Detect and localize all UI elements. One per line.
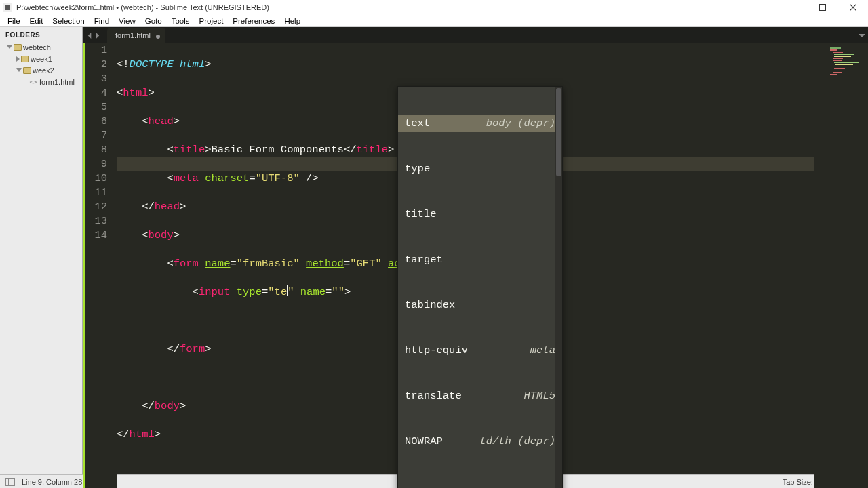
tab-label: form1.html — [115, 31, 151, 39]
autocomplete-item[interactable]: translate HTML5 — [398, 388, 562, 405]
chevron-down-icon — [859, 32, 865, 39]
menu-goto[interactable]: Goto — [140, 16, 167, 26]
menu-file[interactable]: File — [3, 16, 25, 26]
disclosure-closed-icon — [16, 56, 20, 62]
folder-icon — [14, 44, 22, 51]
gutter: 1 2 3 4 5 6 7 8 9 10 11 12 13 14 — [83, 43, 117, 488]
menu-find[interactable]: Find — [90, 16, 114, 26]
folder-week2[interactable]: week2 — [4, 64, 82, 76]
editor-area: form1.html 1 2 3 4 5 6 7 8 9 10 11 12 — [83, 27, 868, 474]
autocomplete-item[interactable]: NOWRAP td/th (depr) — [398, 433, 562, 450]
window-title: P:\webtech\week2\form1.html • (webtech) … — [16, 3, 269, 12]
nav-forward-icon — [94, 33, 100, 39]
autocomplete-item[interactable]: http-equiv meta — [398, 342, 562, 359]
unsaved-indicator-icon — [156, 35, 160, 39]
folder-icon — [21, 56, 29, 62]
panel-switcher-icon[interactable] — [5, 478, 15, 486]
folder-webtech[interactable]: webtech — [4, 41, 82, 53]
app-icon — [3, 3, 12, 12]
tab-nav[interactable] — [83, 27, 107, 43]
close-button[interactable] — [837, 0, 868, 15]
autocomplete-scrollbar[interactable] — [555, 87, 562, 488]
menu-help[interactable]: Help — [279, 16, 305, 26]
menu-bar: File Edit Selection Find View Goto Tools… — [0, 15, 868, 27]
tab-dropdown[interactable] — [856, 27, 868, 43]
autocomplete-popup: text body (depr) type title target — [397, 86, 563, 488]
svg-rect-0 — [789, 7, 795, 7]
folder-icon — [23, 67, 31, 74]
nav-back-icon — [87, 33, 93, 39]
menu-view[interactable]: View — [114, 16, 140, 26]
disclosure-open-icon — [7, 45, 12, 49]
menu-edit[interactable]: Edit — [25, 16, 48, 26]
svg-rect-1 — [819, 5, 825, 11]
tab-row: form1.html — [83, 27, 868, 43]
file-label: form1.html — [39, 78, 75, 86]
autocomplete-item[interactable]: tabindex — [398, 297, 562, 314]
maximize-button[interactable] — [807, 0, 837, 15]
autocomplete-item[interactable]: title — [398, 206, 562, 223]
scrollbar-thumb[interactable] — [556, 88, 561, 176]
folder-week1[interactable]: week1 — [4, 53, 82, 64]
autocomplete-item[interactable]: text body (depr) — [398, 115, 562, 132]
file-icon: <> — [28, 79, 38, 85]
menu-preferences[interactable]: Preferences — [228, 16, 279, 26]
folder-label: webtech — [23, 43, 51, 52]
menu-selection[interactable]: Selection — [47, 16, 89, 26]
tab-form1[interactable]: form1.html — [107, 28, 165, 43]
menu-tools[interactable]: Tools — [167, 16, 195, 26]
code-text[interactable]: <!DOCTYPE html> <html> <head> <title>Bas… — [117, 43, 814, 488]
file-form1[interactable]: <> form1.html — [4, 76, 82, 87]
menu-project[interactable]: Project — [195, 16, 229, 26]
sidebar-heading: FOLDERS — [0, 30, 82, 41]
status-position[interactable]: Line 9, Column 28 — [22, 478, 82, 486]
minimap[interactable] — [814, 43, 868, 488]
folder-label: week1 — [31, 55, 52, 63]
minimize-button[interactable] — [776, 0, 807, 15]
title-bar: P:\webtech\week2\form1.html • (webtech) … — [0, 0, 868, 15]
autocomplete-item[interactable]: target — [398, 251, 562, 268]
autocomplete-item[interactable]: type — [398, 161, 562, 178]
folder-label: week2 — [33, 66, 54, 75]
disclosure-open-icon — [16, 68, 22, 72]
sidebar: FOLDERS webtech week1 week2 <> form1.htm… — [0, 27, 83, 474]
code-panel[interactable]: 1 2 3 4 5 6 7 8 9 10 11 12 13 14 <!DOCTY… — [83, 43, 868, 488]
